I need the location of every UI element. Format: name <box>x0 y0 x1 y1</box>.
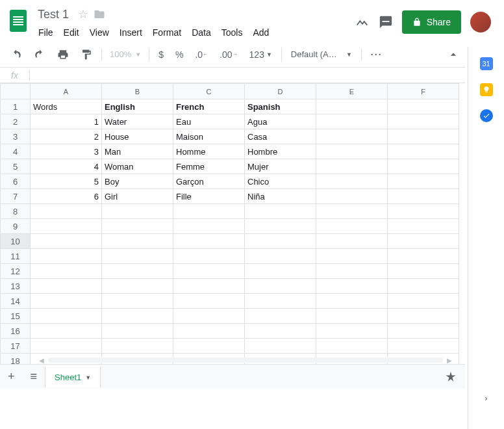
cell[interactable] <box>388 114 459 129</box>
formula-input[interactable] <box>30 68 465 83</box>
add-sheet-button[interactable]: + <box>0 365 23 389</box>
cell[interactable] <box>316 234 388 249</box>
cell[interactable] <box>316 294 388 309</box>
number-format-button[interactable]: 123▼ <box>244 46 277 64</box>
cell[interactable] <box>316 309 388 324</box>
cell[interactable] <box>102 204 173 219</box>
cell[interactable] <box>102 309 173 324</box>
cell[interactable] <box>245 264 316 279</box>
row-header[interactable]: 13 <box>1 279 31 294</box>
menu-format[interactable]: Format <box>148 25 186 40</box>
menu-view[interactable]: View <box>85 25 114 40</box>
cell[interactable] <box>102 219 173 234</box>
cell[interactable] <box>316 189 388 204</box>
cell[interactable] <box>31 279 102 294</box>
explore-button[interactable] <box>444 370 457 384</box>
menu-file[interactable]: File <box>34 25 58 40</box>
menu-insert[interactable]: Insert <box>115 25 147 40</box>
currency-button[interactable]: $ <box>153 46 169 64</box>
row-header[interactable]: 9 <box>1 219 31 234</box>
column-header-F[interactable]: F <box>388 84 459 99</box>
cell[interactable] <box>316 204 388 219</box>
cell[interactable] <box>173 294 245 309</box>
menu-tools[interactable]: Tools <box>217 25 247 40</box>
column-header-E[interactable]: E <box>316 84 388 99</box>
cell[interactable] <box>245 324 316 339</box>
row-header[interactable]: 4 <box>1 144 31 159</box>
row-header[interactable]: 3 <box>1 129 31 144</box>
cell[interactable]: Man <box>102 144 173 159</box>
cell[interactable] <box>173 264 245 279</box>
font-select[interactable]: Default (Ari...▼ <box>286 47 357 62</box>
cell[interactable] <box>31 294 102 309</box>
cell[interactable] <box>316 279 388 294</box>
row-header[interactable]: 14 <box>1 294 31 309</box>
cell[interactable] <box>31 249 102 264</box>
cell[interactable]: Maison <box>173 129 245 144</box>
cell[interactable]: Homme <box>173 144 245 159</box>
redo-button[interactable] <box>29 45 51 64</box>
sheet-tab[interactable]: Sheet1 ▼ <box>45 366 101 387</box>
cell[interactable]: 4 <box>31 159 102 174</box>
cell[interactable]: Agua <box>245 114 316 129</box>
cell[interactable] <box>31 324 102 339</box>
cell[interactable]: Femme <box>173 159 245 174</box>
row-header[interactable]: 10 <box>1 234 31 249</box>
cell[interactable] <box>388 324 459 339</box>
cell[interactable] <box>102 324 173 339</box>
cell[interactable]: 3 <box>31 144 102 159</box>
activity-icon[interactable] <box>355 15 370 29</box>
cell[interactable] <box>316 114 388 129</box>
cell[interactable] <box>388 294 459 309</box>
cell[interactable]: 5 <box>31 174 102 189</box>
star-icon[interactable]: ☆ <box>78 7 88 21</box>
cell[interactable] <box>316 249 388 264</box>
paint-format-button[interactable] <box>75 45 97 64</box>
cell[interactable] <box>102 264 173 279</box>
cell[interactable] <box>173 339 245 354</box>
document-title[interactable]: Test 1 <box>34 6 73 23</box>
cell[interactable] <box>173 279 245 294</box>
cell[interactable] <box>388 309 459 324</box>
cell[interactable]: Mujer <box>245 159 316 174</box>
column-header-D[interactable]: D <box>245 84 316 99</box>
row-header[interactable]: 15 <box>1 309 31 324</box>
cell[interactable]: Niña <box>245 189 316 204</box>
more-tools-button[interactable]: ··· <box>366 46 388 64</box>
spreadsheet-grid[interactable]: ABCDEF1WordsEnglishFrenchSpanish21WaterE… <box>0 83 465 364</box>
cell[interactable] <box>31 219 102 234</box>
increase-decimal-button[interactable]: .00→ <box>214 46 242 64</box>
cell[interactable] <box>316 219 388 234</box>
cell[interactable]: Girl <box>102 189 173 204</box>
cell[interactable] <box>31 264 102 279</box>
row-header[interactable]: 11 <box>1 249 31 264</box>
menu-edit[interactable]: Edit <box>59 25 84 40</box>
cell[interactable] <box>388 174 459 189</box>
cell[interactable] <box>102 294 173 309</box>
tasks-icon[interactable] <box>480 109 493 122</box>
row-header[interactable]: 2 <box>1 114 31 129</box>
cell[interactable] <box>388 204 459 219</box>
cell[interactable]: Spanish <box>245 99 316 114</box>
cell[interactable]: Eau <box>173 114 245 129</box>
cell[interactable]: Fille <box>173 189 245 204</box>
cell[interactable] <box>388 159 459 174</box>
cell[interactable] <box>31 339 102 354</box>
cell[interactable] <box>31 204 102 219</box>
cell[interactable] <box>388 144 459 159</box>
cell[interactable]: English <box>102 99 173 114</box>
share-button[interactable]: Share <box>402 10 461 34</box>
cell[interactable] <box>388 234 459 249</box>
cell[interactable] <box>316 174 388 189</box>
cell[interactable] <box>173 234 245 249</box>
cell[interactable] <box>388 339 459 354</box>
cell[interactable] <box>388 189 459 204</box>
cell[interactable] <box>173 204 245 219</box>
cell[interactable] <box>245 249 316 264</box>
cell[interactable]: 1 <box>31 114 102 129</box>
zoom-select[interactable]: 100% ▼ <box>106 47 145 62</box>
cell[interactable] <box>316 324 388 339</box>
cell[interactable] <box>316 264 388 279</box>
comments-icon[interactable] <box>379 15 393 29</box>
cell[interactable]: 2 <box>31 129 102 144</box>
